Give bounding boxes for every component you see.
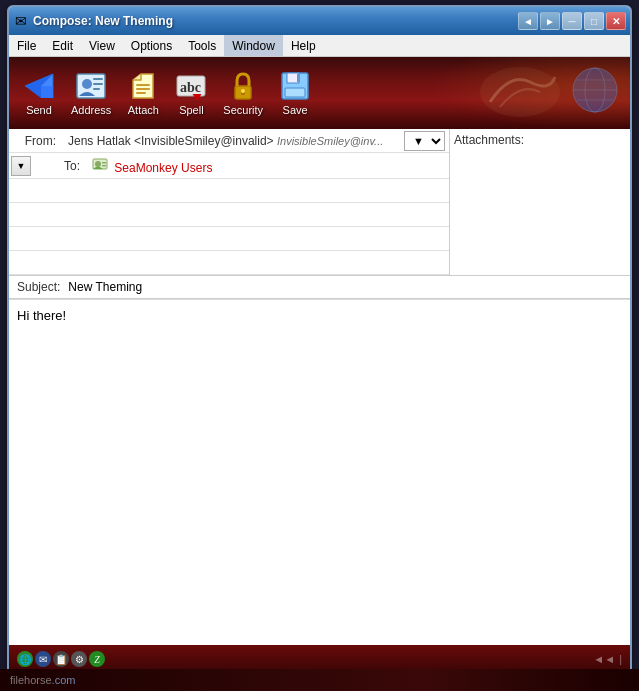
toolbar: Send Address xyxy=(9,57,630,129)
filehorse-text: filehorse.com xyxy=(10,674,75,686)
subject-label: Subject: xyxy=(17,280,60,294)
maximize-button[interactable]: □ xyxy=(584,12,604,30)
svg-point-1 xyxy=(573,68,617,112)
svg-point-2 xyxy=(585,68,605,112)
main-window: ✉ Compose: New Theming ◄ ► ─ □ ✕ File Ed… xyxy=(7,5,632,675)
close-button[interactable]: ✕ xyxy=(606,12,626,30)
save-label: Save xyxy=(283,104,308,116)
status-icon-z[interactable]: Z xyxy=(89,651,105,667)
from-label: From: xyxy=(9,131,64,151)
menu-file[interactable]: File xyxy=(9,35,44,56)
save-button[interactable]: Save xyxy=(273,66,317,120)
svg-point-0 xyxy=(480,67,560,117)
volume-indicator: ◄◄ | xyxy=(593,653,622,665)
status-icon-tasks[interactable]: 📋 xyxy=(53,651,69,667)
toolbar-decoration xyxy=(470,62,570,122)
headers-left-panel: From: Jens Hatlak <InvisibleSmiley@inval… xyxy=(9,129,450,275)
svg-rect-12 xyxy=(93,83,103,85)
minimize-button[interactable]: ─ xyxy=(562,12,582,30)
menu-tools[interactable]: Tools xyxy=(180,35,224,56)
empty-recipient-row-4 xyxy=(9,251,449,275)
body-text: Hi there! xyxy=(17,308,66,323)
svg-point-21 xyxy=(241,89,245,93)
svg-rect-14 xyxy=(136,84,150,86)
svg-rect-11 xyxy=(93,78,103,80)
status-icon-settings[interactable]: ⚙ xyxy=(71,651,87,667)
spell-label: Spell xyxy=(179,104,203,116)
svg-rect-24 xyxy=(297,74,300,82)
address-button[interactable]: Address xyxy=(65,66,117,120)
app-icon: ✉ xyxy=(13,13,29,29)
menu-view[interactable]: View xyxy=(81,35,123,56)
attach-icon xyxy=(127,70,159,102)
attach-label: Attach xyxy=(128,104,159,116)
subject-value: New Theming xyxy=(68,280,142,294)
security-label: Security xyxy=(223,104,263,116)
title-bar: ✉ Compose: New Theming ◄ ► ─ □ ✕ xyxy=(9,7,630,35)
attachments-label: Attachments: xyxy=(454,133,524,147)
send-button[interactable]: Send xyxy=(17,66,61,120)
menu-window[interactable]: Window xyxy=(224,35,283,56)
filehorse-bar: filehorse.com xyxy=(0,669,639,691)
spell-button[interactable]: abc Spell xyxy=(169,66,213,120)
scroll-right-button[interactable]: ► xyxy=(540,12,560,30)
svg-rect-15 xyxy=(136,88,150,90)
from-row: From: Jens Hatlak <InvisibleSmiley@inval… xyxy=(9,129,449,153)
svg-rect-29 xyxy=(102,165,106,167)
to-label: To: xyxy=(33,156,88,176)
security-button[interactable]: Security xyxy=(217,66,269,120)
security-icon xyxy=(227,70,259,102)
svg-text:abc: abc xyxy=(180,80,201,95)
empty-recipient-row-1 xyxy=(9,179,449,203)
svg-rect-16 xyxy=(136,92,146,94)
content-area: From: Jens Hatlak <InvisibleSmiley@inval… xyxy=(9,129,630,645)
address-label: Address xyxy=(71,104,111,116)
svg-rect-28 xyxy=(102,162,106,164)
status-icons: 🌐 ✉ 📋 ⚙ Z xyxy=(17,651,105,667)
window-title: Compose: New Theming xyxy=(33,14,518,28)
scroll-left-button[interactable]: ◄ xyxy=(518,12,538,30)
svg-rect-13 xyxy=(93,88,100,90)
address-icon xyxy=(75,70,107,102)
menu-help[interactable]: Help xyxy=(283,35,324,56)
svg-rect-8 xyxy=(41,86,53,98)
message-body[interactable]: Hi there! xyxy=(9,299,630,645)
svg-point-27 xyxy=(95,161,101,167)
menu-options[interactable]: Options xyxy=(123,35,180,56)
to-expand-button[interactable]: ▼ xyxy=(11,156,31,176)
svg-point-10 xyxy=(82,79,92,89)
subject-row: Subject: New Theming xyxy=(9,276,630,299)
recipient-icon xyxy=(92,156,108,172)
attachments-panel: Attachments: xyxy=(450,129,630,275)
save-icon xyxy=(279,70,311,102)
spell-icon: abc xyxy=(175,70,207,102)
from-name: Jens Hatlak <InvisibleSmiley@invalid> xyxy=(68,134,274,148)
send-label: Send xyxy=(26,104,52,116)
to-row: ▼ To: xyxy=(9,153,449,179)
status-icon-network[interactable]: 🌐 xyxy=(17,651,33,667)
empty-recipient-row-3 xyxy=(9,227,449,251)
to-value: SeaMonkey Users xyxy=(88,153,449,178)
recipient-name: SeaMonkey Users xyxy=(114,161,212,175)
menu-edit[interactable]: Edit xyxy=(44,35,81,56)
window-controls: ◄ ► ─ □ ✕ xyxy=(518,12,626,30)
to-area: ▼ To: xyxy=(9,153,449,275)
status-icon-mail[interactable]: ✉ xyxy=(35,651,51,667)
svg-rect-25 xyxy=(285,88,305,97)
email-headers: From: Jens Hatlak <InvisibleSmiley@inval… xyxy=(9,129,630,276)
send-icon xyxy=(23,70,55,102)
from-value: Jens Hatlak <InvisibleSmiley@invalid> In… xyxy=(64,131,404,151)
from-dropdown[interactable]: ▼ xyxy=(404,131,445,151)
globe-decoration xyxy=(570,65,620,115)
from-email-display: InvisibleSmiley@inv... xyxy=(277,135,383,147)
menu-bar: File Edit View Options Tools Window Help xyxy=(9,35,630,57)
empty-recipient-row-2 xyxy=(9,203,449,227)
attach-button[interactable]: Attach xyxy=(121,66,165,120)
